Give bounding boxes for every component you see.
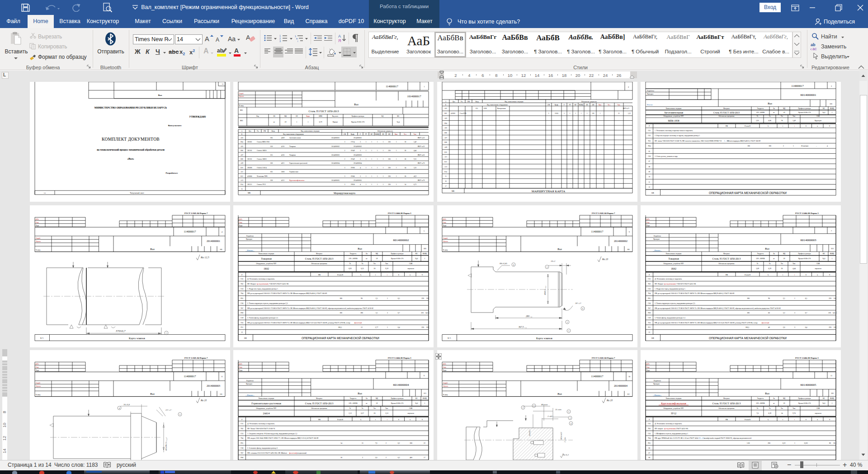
- svg-text:2,12: 2,12: [349, 412, 352, 415]
- svg-text:3: 3: [831, 85, 832, 87]
- svg-text:Опер.: Опер.: [475, 101, 479, 103]
- svg-text:Изменил: Изменил: [655, 250, 660, 251]
- svg-text:1: 1: [377, 150, 378, 152]
- svg-text:300: 300: [410, 442, 412, 444]
- svg-text:Вал: Вал: [557, 393, 562, 395]
- svg-text:Р: Р: [564, 104, 565, 106]
- svg-text:Вал: Вал: [158, 94, 162, 96]
- svg-text:А13: А13: [241, 180, 243, 181]
- svg-text:4: 4: [360, 167, 361, 169]
- svg-text:КОИД: КОИД: [423, 253, 427, 255]
- svg-text:t: t: [375, 419, 376, 421]
- svg-text:Б12: Б12: [444, 161, 447, 163]
- svg-text:1: 1: [424, 85, 425, 88]
- svg-text:ДоРе: ДоРе: [35, 218, 39, 220]
- svg-text:Б02: Б02: [444, 113, 447, 114]
- svg-text:2,5: 2,5: [783, 298, 785, 300]
- svg-text:Оборудование, устройства ЧПУ: Оборудование, устройства ЧПУ: [664, 263, 684, 265]
- svg-text:0,7: 0,7: [805, 312, 807, 314]
- svg-text:ac: ac: [812, 47, 817, 51]
- svg-text:То: То: [757, 263, 759, 265]
- svg-text:3: 3: [344, 184, 345, 185]
- svg-text:Свер.: Свер.: [36, 222, 39, 223]
- svg-text:Токарная: Токарная: [289, 146, 296, 147]
- svg-text:V: V: [829, 419, 830, 421]
- svg-text:Вал: Вал: [358, 247, 362, 250]
- svg-text:Д. Установить заготовку и закр: Д. Установить заготовку и закрепить.: [655, 423, 682, 425]
- svg-text:Наименование операции: Наименование операции: [666, 108, 682, 109]
- svg-text:L: L: [768, 125, 769, 127]
- svg-text:0,7: 0,7: [398, 312, 400, 314]
- svg-text:А05: А05: [241, 146, 243, 147]
- svg-text:Снаряб.: Снаряб.: [36, 237, 41, 239]
- svg-text:5: 5: [568, 411, 569, 413]
- svg-text:i: i: [794, 419, 795, 421]
- svg-text:РИ: резец проходной 2100-0511: РИ: резец проходной 2100-0511 Т15К10 ГОС…: [247, 308, 373, 310]
- svg-text:Б10: Б10: [444, 152, 447, 153]
- svg-text:трехкулачковый,: трехкулачковый,: [256, 283, 269, 285]
- svg-text:Маршрутная карта: Маршрутная карта: [334, 192, 355, 194]
- svg-text:МЗ: МЗ: [823, 253, 825, 255]
- svg-text:Материал: Материал: [723, 253, 730, 255]
- svg-text:381001: 381001: [247, 141, 252, 143]
- svg-text:010: 010: [831, 248, 834, 250]
- svg-text:0,4: 0,4: [805, 327, 807, 329]
- svg-text:15: 15: [445, 175, 447, 177]
- svg-text:1: 1: [832, 258, 833, 260]
- svg-text:1: 1: [371, 150, 372, 152]
- svg-text:0,011: 0,011: [804, 442, 808, 445]
- svg-text:Подп.: Подп.: [646, 225, 651, 227]
- svg-text:7: 7: [831, 230, 832, 232]
- svg-text:6014000003: 6014000003: [801, 238, 817, 242]
- svg-text:005: 005: [270, 137, 273, 139]
- svg-text:М02: М02: [240, 120, 243, 122]
- svg-text:2: 2: [386, 457, 387, 459]
- svg-text:ОК: ОК: [651, 192, 654, 194]
- svg-text:12: 12: [648, 186, 650, 188]
- svg-text:1.00: 1.00: [747, 442, 750, 444]
- svg-text:20: 20: [781, 268, 783, 270]
- svg-text:эмульсол: эмульсол: [815, 268, 821, 270]
- svg-text:Тшт.: Тшт.: [385, 408, 388, 409]
- svg-text:Б06: Б06: [444, 132, 447, 134]
- svg-text:229...269НВ: 229...269НВ: [349, 258, 358, 260]
- svg-text:Ев: Ев: [366, 253, 368, 255]
- svg-text:Карта эскизов: Карта эскизов: [129, 337, 145, 340]
- svg-text:То: То: [757, 115, 759, 117]
- svg-text:3У12: 3У12: [671, 412, 677, 415]
- svg-text:5: 5: [547, 266, 547, 268]
- svg-text:110: 110: [834, 298, 836, 299]
- svg-text:Р: Р: [649, 125, 650, 127]
- svg-text:Р11: Р11: [648, 327, 651, 328]
- svg-text:Т02: Т02: [648, 283, 651, 285]
- svg-text:3: 3: [344, 141, 345, 143]
- svg-text:2: 2: [386, 442, 387, 444]
- svg-text:10: 10: [628, 375, 630, 378]
- svg-text:МД: МД: [376, 253, 378, 255]
- svg-text:ДоРе: ДоРе: [239, 363, 243, 365]
- svg-text:кг: кг: [773, 112, 775, 114]
- svg-text:Разработал:: Разработал:: [165, 172, 178, 174]
- svg-text:ГОСТ 3.1105-84 Форма 7: ГОСТ 3.1105-84 Форма 7: [592, 357, 615, 359]
- svg-text:12: 12: [648, 332, 650, 333]
- svg-text:2014000005: 2014000005: [354, 180, 362, 181]
- svg-text:СМ: СМ: [547, 104, 550, 106]
- svg-text:280₋₁₃: 280₋₁₃: [526, 315, 532, 318]
- svg-text:180: 180: [769, 145, 771, 147]
- svg-text:1. Подрезать торец, выдерживая: 1. Подрезать торец, выдерживая размер 1.: [247, 288, 278, 290]
- svg-text:ЕН: ЕН: [382, 133, 384, 135]
- svg-text:1: 1: [587, 113, 588, 114]
- svg-text:1. Установить заготовку в приз: 1. Установить заготовку в призмы-тиски и…: [655, 130, 693, 132]
- svg-text:D или В: D или В: [745, 419, 751, 421]
- svg-text:4,44: 4,44: [414, 150, 416, 152]
- svg-text:i: i: [794, 125, 795, 127]
- svg-text:0,4: 0,4: [398, 327, 400, 329]
- svg-text:ПР: тиски 7200-0220 ГОСТ 21168: ПР: тиски 7200-0220 ГОСТ 21168-70; РИ: п…: [655, 140, 722, 142]
- svg-text:i: i: [387, 419, 387, 421]
- svg-text:Б: Б: [241, 133, 242, 135]
- svg-text:19100: 19100: [351, 175, 355, 177]
- svg-text:35 min: 35 min: [555, 408, 561, 411]
- svg-text:31: 31: [362, 442, 363, 444]
- svg-text:МД: МД: [783, 398, 786, 399]
- svg-text:20: 20: [374, 412, 376, 414]
